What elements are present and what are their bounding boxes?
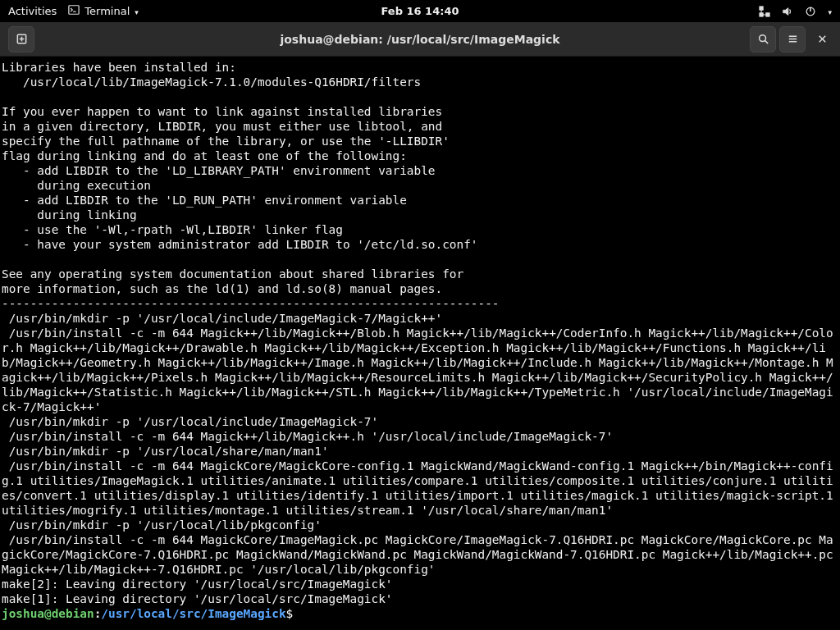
terminal-window: joshua@debian: /usr/local/src/ImageMagic… — [0, 22, 840, 630]
gnome-top-bar: Activities Terminal ▾ Feb 16 14:40 ▾ — [0, 0, 840, 22]
chevron-down-icon: ▾ — [135, 8, 139, 16]
volume-icon[interactable] — [782, 6, 793, 17]
new-tab-button[interactable] — [8, 26, 34, 52]
system-menu-chevron-icon[interactable]: ▾ — [828, 8, 832, 16]
app-menu-label: Terminal — [84, 5, 130, 17]
activities-button[interactable]: Activities — [8, 5, 57, 17]
svg-rect-1 — [760, 6, 763, 9]
svg-line-10 — [765, 41, 768, 44]
clock[interactable]: Feb 16 14:40 — [381, 5, 459, 17]
svg-point-9 — [759, 35, 765, 42]
power-icon[interactable] — [805, 6, 816, 17]
network-icon[interactable] — [759, 6, 770, 17]
svg-rect-0 — [69, 6, 79, 15]
search-button[interactable] — [750, 26, 776, 52]
window-title: joshua@debian: /usr/local/src/ImageMagic… — [280, 33, 559, 46]
hamburger-menu-button[interactable] — [779, 26, 806, 52]
prompt: joshua@debian:/usr/local/src/ImageMagick… — [2, 607, 300, 620]
terminal-output: Libraries have been installed in: /usr/l… — [2, 61, 840, 605]
close-button[interactable] — [809, 26, 835, 52]
app-menu[interactable]: Terminal ▾ — [68, 4, 138, 18]
terminal-viewport[interactable]: Libraries have been installed in: /usr/l… — [0, 57, 840, 630]
title-bar: joshua@debian: /usr/local/src/ImageMagic… — [0, 22, 840, 57]
terminal-icon — [68, 4, 80, 18]
